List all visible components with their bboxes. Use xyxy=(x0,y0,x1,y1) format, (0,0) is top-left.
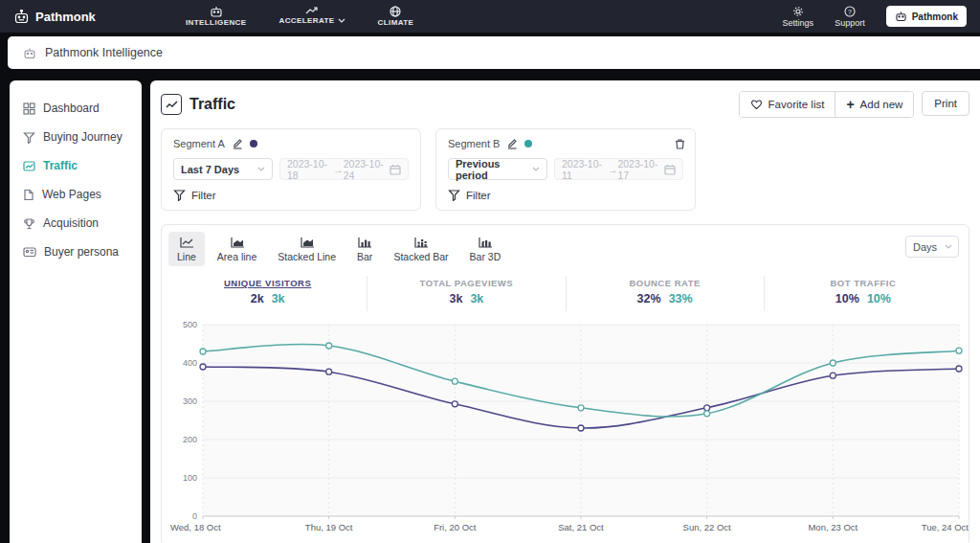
settings-button[interactable]: Settings xyxy=(783,6,814,28)
segment-name: Segment A xyxy=(173,138,225,149)
metric-value-segment-a: 3k xyxy=(449,292,462,305)
svg-text:Mon, 23 Oct: Mon, 23 Oct xyxy=(808,522,858,532)
traffic-line-chart[interactable]: 0100200300400500Wed, 18 OctThu, 19 OctFr… xyxy=(168,315,962,541)
breadcrumb-bar: Pathmonk Intelligence xyxy=(8,36,980,69)
metric-value-segment-a: 10% xyxy=(835,292,859,305)
support-button[interactable]: ? Support xyxy=(835,6,865,28)
sidebar-item-buyer-persona[interactable]: Buyer persona xyxy=(23,238,142,266)
breadcrumb[interactable]: Pathmonk Intelligence xyxy=(45,46,163,59)
robot-icon xyxy=(210,6,223,17)
main-menu: INTELLIGENCEACCELERATECLIMATE xyxy=(186,6,413,27)
svg-text:Sun, 22 Oct: Sun, 22 Oct xyxy=(683,522,732,532)
date-range-input[interactable]: 2023-10-18→2023-10-24 xyxy=(279,158,409,180)
topbar-actions: Settings ? Support Pathmonk xyxy=(783,6,967,28)
print-button[interactable]: Print xyxy=(922,91,969,116)
sidebar-item-web-pages[interactable]: Web Pages xyxy=(23,180,142,209)
svg-text:Wed, 18 Oct: Wed, 18 Oct xyxy=(170,522,221,532)
globe-icon xyxy=(390,6,401,17)
svg-text:?: ? xyxy=(848,8,852,14)
metric-label[interactable]: BOT TRAFFIC xyxy=(765,278,962,288)
trophy-icon xyxy=(23,217,35,230)
sidebar-item-label: Traffic xyxy=(43,159,78,172)
svg-text:0: 0 xyxy=(192,511,197,521)
page-header: Traffic Favorite list + Add new Print xyxy=(161,90,969,119)
gear-icon xyxy=(792,6,804,17)
chart-type-line[interactable]: Line xyxy=(168,232,205,266)
metric-value-segment-b: 33% xyxy=(669,292,693,305)
sidebar-item-traffic[interactable]: Traffic xyxy=(23,151,142,180)
granularity-select-wrap: Days xyxy=(905,236,959,258)
metric-label[interactable]: BOUNCE RATE xyxy=(567,278,764,288)
funnel-icon xyxy=(448,189,460,201)
robot-icon xyxy=(13,10,30,24)
chart-type-bar-3d[interactable]: Bar 3D xyxy=(461,232,510,266)
sidebar-item-acquisition[interactable]: Acquisition xyxy=(23,209,142,238)
trash-icon[interactable] xyxy=(675,138,685,149)
brand-name: Pathmonk xyxy=(35,10,96,24)
top-navigation-bar: Pathmonk INTELLIGENCEACCELERATECLIMATE S… xyxy=(0,0,980,33)
calendar-icon xyxy=(390,164,401,175)
svg-text:400: 400 xyxy=(183,358,197,368)
segment-card-b: Segment BPrevious period2023-10-11→2023-… xyxy=(435,128,696,211)
help-icon: ? xyxy=(844,6,856,17)
nav-item-intelligence[interactable]: INTELLIGENCE xyxy=(186,6,246,27)
chart-type-stacked-line[interactable]: Stacked Line xyxy=(269,232,345,266)
segment-card-a: Segment ALast 7 Days2023-10-18→2023-10-2… xyxy=(161,128,421,211)
trend-up-icon xyxy=(305,6,319,15)
date-range-input[interactable]: 2023-10-11→2023-10-17 xyxy=(554,158,683,180)
segment-name: Segment B xyxy=(448,138,500,149)
line-chart-icon xyxy=(179,237,194,249)
metric-label[interactable]: TOTAL PAGEVIEWS xyxy=(368,278,565,288)
sidebar-item-label: Dashboard xyxy=(43,102,100,115)
add-new-button[interactable]: + Add new xyxy=(835,92,913,117)
chart-type-area-line[interactable]: Area line xyxy=(209,232,265,266)
nav-item-label: ACCELERATE xyxy=(278,16,334,25)
metric-value-segment-b: 3k xyxy=(272,292,285,305)
date-to: 2023-10-24 xyxy=(344,158,390,181)
pathmonk-account-button[interactable]: Pathmonk xyxy=(886,6,967,27)
date-from: 2023-10-11 xyxy=(562,158,608,181)
date-from: 2023-10-18 xyxy=(287,158,333,181)
header-button-group: Favorite list + Add new xyxy=(739,91,915,118)
chart-card: LineArea lineStacked LineBarStacked BarB… xyxy=(161,224,969,543)
favorite-list-button[interactable]: Favorite list xyxy=(740,92,835,117)
nav-item-label: INTELLIGENCE xyxy=(186,18,246,27)
chevron-down-icon xyxy=(945,244,952,249)
dashboard-icon xyxy=(23,102,35,115)
svg-text:100: 100 xyxy=(183,473,197,483)
metric-label[interactable]: UNIQUE VISITORS xyxy=(168,278,367,288)
metric-value-segment-b: 3k xyxy=(470,292,483,305)
granularity-select[interactable]: Days xyxy=(905,236,959,258)
svg-text:Thu, 19 Oct: Thu, 19 Oct xyxy=(305,522,353,532)
chart-type-selector: LineArea lineStacked LineBarStacked BarB… xyxy=(168,232,962,266)
edit-pencil-icon[interactable] xyxy=(506,138,518,149)
chart-type-stacked-bar[interactable]: Stacked Bar xyxy=(385,232,457,266)
edit-pencil-icon[interactable] xyxy=(232,138,243,149)
plus-icon: + xyxy=(846,98,854,111)
brand-logo[interactable]: Pathmonk xyxy=(13,10,147,24)
nav-item-climate[interactable]: CLIMATE xyxy=(378,6,414,27)
filter-button[interactable]: Filter xyxy=(448,189,683,201)
sidebar-item-buying-journey[interactable]: Buying Journey xyxy=(23,123,142,151)
metric-bounce-rate: BOUNCE RATE32%33% xyxy=(566,276,764,311)
document-icon xyxy=(23,189,34,201)
arrow: → xyxy=(333,164,344,175)
chart-type-bar[interactable]: Bar xyxy=(348,232,381,266)
heart-icon xyxy=(750,99,763,110)
metric-unique-visitors: UNIQUE VISITORS2k3k xyxy=(168,276,367,311)
sidebar-item-dashboard[interactable]: Dashboard xyxy=(23,94,142,123)
period-select[interactable]: Previous period xyxy=(448,158,547,180)
area-chart-icon xyxy=(230,237,245,249)
metric-value-segment-a: 32% xyxy=(637,292,661,305)
chevron-down-icon xyxy=(532,167,540,171)
stacked-area-icon xyxy=(300,237,315,249)
traffic-chart-icon xyxy=(23,160,35,172)
sidebar-item-label: Buyer persona xyxy=(44,245,119,259)
robot-icon xyxy=(23,47,36,59)
svg-text:500: 500 xyxy=(183,320,197,329)
period-select[interactable]: Last 7 Days xyxy=(173,158,273,180)
arrow: → xyxy=(608,164,618,175)
filter-button[interactable]: Filter xyxy=(173,189,409,201)
nav-item-accelerate[interactable]: ACCELERATE xyxy=(278,6,345,27)
sidebar-item-label: Acquisition xyxy=(43,216,99,230)
